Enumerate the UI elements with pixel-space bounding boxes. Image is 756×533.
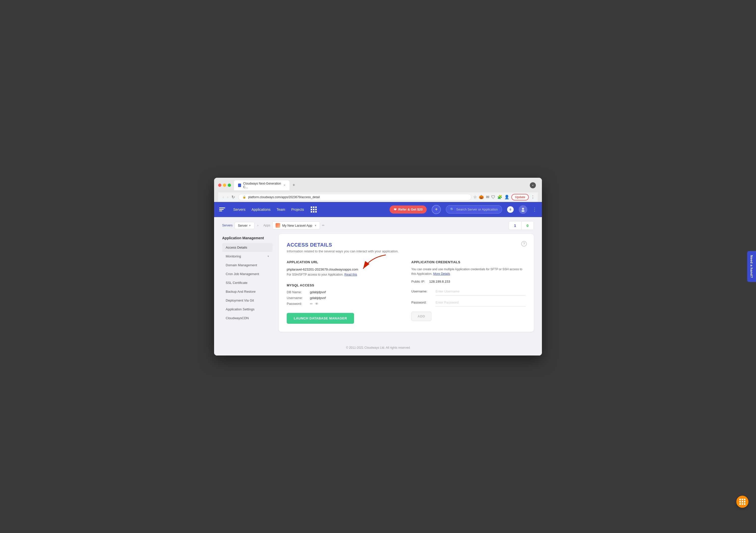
server-selector[interactable]: Server ▼ <box>234 222 254 229</box>
mysql-password-label: Password: <box>287 302 307 306</box>
puzzle-icon[interactable]: 🧩 <box>497 195 502 200</box>
address-bar[interactable]: 🔒 platform.cloudways.com/apps/2023679/ac… <box>238 194 472 200</box>
new-tab-button[interactable]: + <box>290 181 297 189</box>
shield-icon[interactable]: 🛡 <box>491 195 495 200</box>
close-button[interactable] <box>218 184 221 187</box>
app-url-section: APPLICATION URL phplaravel-623201-202367… <box>287 260 401 276</box>
active-tab[interactable]: Cloudways Next-Generation C... ✕ <box>234 180 289 190</box>
mysql-username-label: Username: <box>287 296 307 300</box>
tab-bar: Cloudways Next-Generation C... ✕ + <box>234 180 527 190</box>
status-badge-2[interactable]: 0 <box>521 221 534 230</box>
add-credentials-button[interactable]: ADD <box>411 312 431 321</box>
sub-header: Servers Server ▼ › Apps My New Laravel A… <box>214 217 542 234</box>
lock-icon: 🔒 <box>243 196 246 199</box>
refresh-button[interactable]: ↻ <box>230 194 236 200</box>
browser-menu-icon <box>530 182 536 188</box>
sidebar-item-domain-management[interactable]: Domain Management <box>222 261 273 270</box>
main-content: ACCESS DETAILS Information related to th… <box>279 234 534 332</box>
logo[interactable] <box>219 207 225 211</box>
maximize-button[interactable] <box>228 184 231 187</box>
notification-badge[interactable]: 0 <box>507 206 514 213</box>
refer-button[interactable]: ❤ Refer & Get $20 <box>390 205 427 214</box>
public-ip-label: Public IP: <box>411 280 425 283</box>
public-ip-value: 128.199.8.153 <box>429 280 450 283</box>
content-grid: APPLICATION URL phplaravel-623201-202367… <box>287 260 526 324</box>
forward-button[interactable]: › <box>226 194 230 200</box>
apps-breadcrumb-label: Apps <box>263 224 270 227</box>
tab-favicon <box>238 184 241 187</box>
star-icon[interactable]: ☆ <box>473 195 477 200</box>
read-this-link[interactable]: Read this <box>344 273 357 276</box>
search-placeholder: Search Server or Application <box>456 207 498 211</box>
cred-username-label: Username: <box>411 289 431 293</box>
emoji-icon[interactable]: 🎃 <box>479 195 484 200</box>
edit-password-icon[interactable]: ✏ <box>310 302 313 306</box>
update-button[interactable]: Update <box>511 194 529 200</box>
sidebar-item-ssl[interactable]: SSL Certificate <box>222 278 273 287</box>
sidebar-item-backup[interactable]: Backup And Restore <box>222 287 273 296</box>
more-details-link[interactable]: More Details <box>433 272 450 276</box>
user-avatar[interactable] <box>519 205 527 214</box>
grid-apps-icon[interactable] <box>311 206 317 213</box>
user-profile-icon[interactable]: 👤 <box>504 195 509 200</box>
floating-action-button[interactable] <box>736 496 748 508</box>
add-button[interactable]: + <box>432 205 441 214</box>
sidebar-item-app-settings[interactable]: Application Settings <box>222 305 273 314</box>
username-input[interactable] <box>436 287 526 296</box>
svg-point-1 <box>522 210 525 212</box>
breadcrumb-separator: › <box>257 224 258 227</box>
help-icon[interactable]: ? <box>521 241 527 247</box>
sidebar-item-access-details[interactable]: Access Details <box>222 243 273 252</box>
credentials-description: You can create and use multiple Applicat… <box>411 267 526 276</box>
nav-team[interactable]: Team <box>276 206 286 213</box>
app-name: My New Laravel App <box>282 224 312 227</box>
footer: © 2011-2021 Cloudways Ltd. All rights re… <box>214 340 542 356</box>
sidebar-item-deployment[interactable]: Deployment Via Git <box>222 296 273 305</box>
browser-chrome: Cloudways Next-Generation C... ✕ + ‹ › ↻… <box>214 178 542 202</box>
sidebar: Application Management Access Details Mo… <box>222 234 273 332</box>
servers-breadcrumb-label[interactable]: Servers <box>222 224 232 227</box>
nav-projects[interactable]: Projects <box>291 206 305 213</box>
mail-icon[interactable]: ✉ <box>486 195 489 200</box>
chevron-down-icon: ▾ <box>268 255 269 258</box>
app-selector[interactable]: My New Laravel App ▼ <box>272 221 320 229</box>
browser-window: Cloudways Next-Generation C... ✕ + ‹ › ↻… <box>214 178 542 356</box>
traffic-lights <box>218 184 231 187</box>
sidebar-item-cdn[interactable]: CloudwaysCDN <box>222 314 273 323</box>
tab-close-icon[interactable]: ✕ <box>284 184 285 187</box>
nav-applications[interactable]: Applications <box>251 206 271 213</box>
public-ip-row: Public IP: 128.199.8.153 <box>411 280 526 283</box>
browser-actions: ☆ 🎃 ✉ 🛡 🧩 👤 Update ⋮ <box>473 194 535 200</box>
mysql-dbname-value: gdabjdpvxf <box>310 290 326 294</box>
credentials-section-title: APPLICATION CREDENTIALS <box>411 260 526 264</box>
mysql-section: MYSQL ACCESS DB Name: gdabjdpvxf Usernam… <box>287 283 401 324</box>
edit-app-icon[interactable]: ✏ <box>322 224 325 227</box>
password-input[interactable] <box>436 299 526 306</box>
access-details-card: ACCESS DETAILS Information related to th… <box>279 234 534 332</box>
more-options-icon[interactable]: ⋮ <box>532 207 537 212</box>
sidebar-item-monitoring[interactable]: Monitoring ▾ <box>222 252 273 261</box>
mysql-username-value: gdabjdpvxf <box>310 296 326 300</box>
main-layout: Application Management Access Details Mo… <box>214 234 542 340</box>
app-url-value[interactable]: phplaravel-623201-2023679.cloudwaysapps.… <box>287 268 358 271</box>
status-badge-1[interactable]: 1 <box>509 221 521 230</box>
cred-username-row: Username: <box>411 287 526 296</box>
card-subtitle: Information related to the several ways … <box>287 249 526 253</box>
app-chevron-down-icon: ▼ <box>314 224 317 227</box>
sidebar-title: Application Management <box>222 234 273 240</box>
cred-password-row: Password: <box>411 299 526 306</box>
sidebar-item-cron-job[interactable]: Cron Job Management <box>222 270 273 278</box>
minimize-button[interactable] <box>223 184 226 187</box>
launch-database-manager-button[interactable]: LAUNCH DATABASE MANAGER <box>287 313 354 324</box>
nav-servers[interactable]: Servers <box>233 206 246 213</box>
back-button[interactable]: ‹ <box>221 194 226 200</box>
search-box[interactable]: 🔍 Search Server or Application <box>446 205 502 214</box>
app-favicon-icon <box>276 223 280 228</box>
card-title: ACCESS DETAILS <box>287 242 526 248</box>
apps-section: Apps My New Laravel App ▼ ✏ <box>263 221 325 229</box>
show-password-icon[interactable]: 👁 <box>315 302 318 306</box>
need-a-hand-sidebar[interactable]: Need a hand? <box>747 251 756 282</box>
app-url-section-title: APPLICATION URL <box>287 260 401 264</box>
address-text: platform.cloudways.com/apps/2023679/acce… <box>248 196 467 199</box>
chrome-menu-icon[interactable]: ⋮ <box>531 195 535 200</box>
